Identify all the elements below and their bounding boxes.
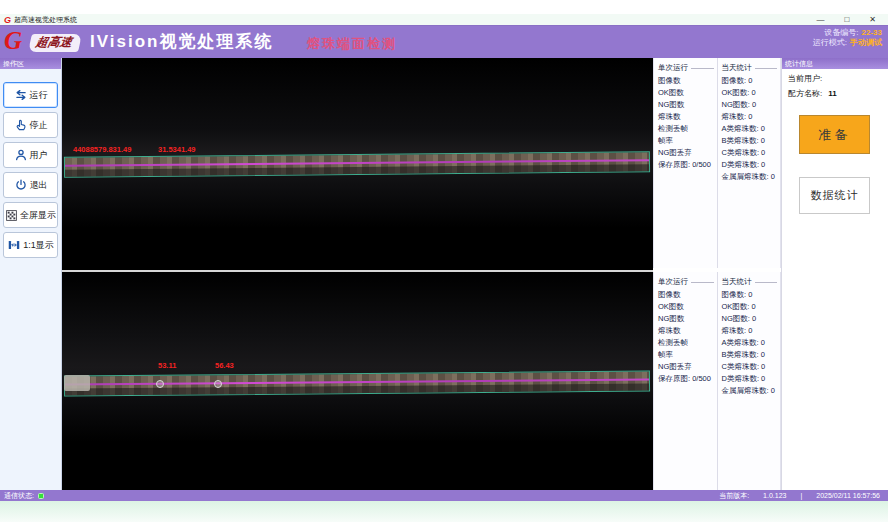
stat-row: 保存原图: 0/500 [654, 159, 717, 171]
minimize-button[interactable]: — [816, 15, 824, 25]
info-panel-title: 统计信息 [782, 58, 888, 69]
run-mode-value: 手动调试 [850, 38, 882, 47]
stats-column-title: 单次运行 [654, 61, 717, 75]
one-to-one-button[interactable]: 1:1显示 [3, 232, 58, 258]
measurement-annotation: 53.11 [158, 361, 176, 370]
prepare-button[interactable]: 准备 [799, 115, 870, 154]
stat-row: 图像数 [654, 75, 717, 87]
measurement-annotation: 31.5341.49 [158, 145, 196, 154]
stat-row: OK图数: 0 [718, 301, 781, 313]
stat-row: D类熔珠数: 0 [718, 159, 781, 171]
stat-row: 熔珠数 [654, 111, 717, 123]
app-title: IVision视觉处理系统 [90, 30, 273, 53]
data-statistics-button[interactable]: 数据统计 [799, 177, 870, 214]
hand-stop-icon [14, 118, 28, 132]
current-user-label: 当前用户: [788, 74, 822, 83]
stat-row: 熔珠数: 0 [718, 325, 781, 337]
app-subtitle: 熔珠端面检测 [307, 35, 397, 53]
datetime-value: 2025/02/11 16:57:56 [816, 492, 880, 499]
stat-row: OK图数 [654, 87, 717, 99]
stat-row: 图像数: 0 [718, 289, 781, 301]
user-button[interactable]: 用户 [3, 142, 58, 168]
run-button[interactable]: 运行 [3, 82, 58, 108]
run-mode-label: 运行模式: [813, 38, 847, 47]
recipe-name-value: 11 [828, 89, 836, 98]
stat-row: NG图数: 0 [718, 313, 781, 325]
stat-row: 图像数: 0 [718, 75, 781, 87]
measurement-annotation: 44088579.831.49 [73, 145, 131, 154]
statistics-info-panel: 统计信息 当前用户: 配方名称:11 准备 数据统计 [781, 58, 888, 490]
weld-strip-roi-top [64, 151, 650, 178]
strip-end-highlight [64, 375, 90, 391]
comm-status-led [38, 493, 44, 499]
detected-bead-marker [156, 380, 164, 388]
status-separator: | [800, 492, 802, 499]
stat-row: OK图数: 0 [718, 87, 781, 99]
stat-row: 帧率 [654, 135, 717, 147]
recipe-name-label: 配方名称: [788, 89, 822, 98]
stat-row: B类熔珠数: 0 [718, 135, 781, 147]
strip-shadow [65, 164, 649, 177]
stats-column-title: 单次运行 [654, 275, 717, 289]
stats-column: 单次运行图像数OK图数NG图数熔珠数检测丢帧帧率NG图丢弃保存原图: 0/500 [654, 272, 718, 490]
comm-status-label: 通信状态: [0, 491, 34, 501]
device-info: 设备编号:22-33 运行模式:手动调试 [813, 28, 882, 48]
stat-row: 金属屑熔珠数: 0 [718, 171, 781, 183]
stat-row: C类熔珠数: 0 [718, 361, 781, 373]
fullscreen-grid-icon [5, 209, 18, 222]
fullscreen-button-label: 全屏显示 [20, 209, 56, 222]
stats-panel-bottom: 单次运行图像数OK图数NG图数熔珠数检测丢帧帧率NG图丢弃保存原图: 0/500… [653, 272, 781, 490]
close-button[interactable]: ✕ [869, 15, 876, 25]
stat-row: NG图数: 0 [718, 99, 781, 111]
run-button-label: 运行 [30, 89, 48, 102]
user-button-label: 用户 [30, 149, 48, 162]
brand-name: 超高速 [28, 34, 82, 52]
one-to-one-button-label: 1:1显示 [23, 239, 54, 252]
one-to-one-icon [7, 238, 21, 252]
weld-strip-roi-bottom [64, 370, 650, 396]
stat-row: NG图数 [654, 313, 717, 325]
stat-row: 保存原图: 0/500 [654, 373, 717, 385]
stop-button[interactable]: 停止 [3, 112, 58, 138]
stat-row: 图像数 [654, 289, 717, 301]
window-title: 超高速视觉处理系统 [14, 15, 77, 25]
stats-column: 单次运行图像数OK图数NG图数熔珠数检测丢帧帧率NG图丢弃保存原图: 0/500 [654, 58, 718, 268]
stat-row: A类熔珠数: 0 [718, 337, 781, 349]
stat-row: 检测丢帧 [654, 123, 717, 135]
stat-row: B类熔珠数: 0 [718, 349, 781, 361]
stats-panel-top: 单次运行图像数OK图数NG图数熔珠数检测丢帧帧率NG图丢弃保存原图: 0/500… [653, 58, 781, 268]
stat-row: A类熔珠数: 0 [718, 123, 781, 135]
stat-row: 金属屑熔珠数: 0 [718, 385, 781, 397]
stat-row: NG图丢弃 [654, 147, 717, 159]
camera-view-top[interactable]: 44088579.831.49 31.5341.49 [62, 58, 653, 270]
detected-bead-marker [214, 380, 222, 388]
stat-row: 熔珠数 [654, 325, 717, 337]
status-bar: 通信状态: 当前版本: 1.0.123 | 2025/02/11 16:57:5… [0, 490, 888, 501]
stats-column: 当天统计图像数: 0OK图数: 0NG图数: 0熔珠数: 0A类熔珠数: 0B类… [718, 58, 781, 268]
sidebar-title: 操作区 [0, 58, 61, 69]
power-icon [14, 178, 28, 192]
stat-row: C类熔珠数: 0 [718, 147, 781, 159]
measurement-annotation: 56.43 [215, 361, 234, 370]
version-label: 当前版本: [719, 491, 749, 501]
stat-row: 熔珠数: 0 [718, 111, 781, 123]
camera-viewport: 44088579.831.49 31.5341.49 53.11 56.43 [62, 58, 653, 490]
fullscreen-button[interactable]: 全屏显示 [3, 202, 58, 228]
strip-shadow [65, 383, 649, 395]
stats-column: 当天统计图像数: 0OK图数: 0NG图数: 0熔珠数: 0A类熔珠数: 0B类… [718, 272, 781, 490]
version-value: 1.0.123 [763, 492, 786, 499]
camera-view-bottom[interactable]: 53.11 56.43 [62, 272, 653, 490]
user-icon [14, 148, 28, 162]
stats-column-title: 当天统计 [718, 61, 781, 75]
stat-row: D类熔珠数: 0 [718, 373, 781, 385]
stop-button-label: 停止 [30, 119, 48, 132]
brand-logo-icon: G [4, 27, 22, 55]
desktop-strip [0, 501, 888, 522]
stat-row: 检测丢帧 [654, 337, 717, 349]
exit-button[interactable]: 退出 [3, 172, 58, 198]
maximize-button[interactable]: □ [844, 15, 849, 25]
stat-row: 帧率 [654, 349, 717, 361]
stat-row: NG图丢弃 [654, 361, 717, 373]
app-icon: G [4, 15, 11, 25]
operation-sidebar: 操作区 运行 停止 用户 退出 全屏显示 1:1显示 [0, 58, 62, 490]
